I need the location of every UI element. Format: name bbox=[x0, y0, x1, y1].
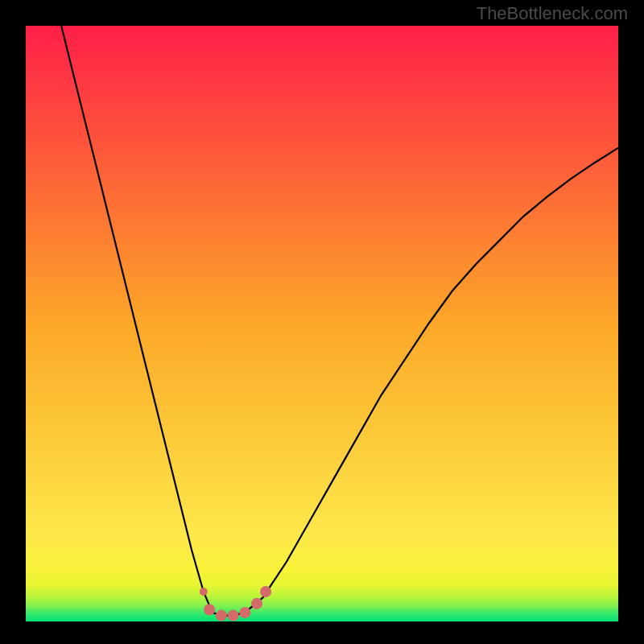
bottleneck-chart bbox=[26, 26, 618, 621]
highlight-dot bbox=[251, 598, 262, 609]
highlight-dot bbox=[260, 586, 271, 597]
highlight-dot bbox=[216, 610, 227, 621]
highlight-dot bbox=[239, 607, 250, 618]
chart-container: { "watermark": "TheBottleneck.com", "cha… bbox=[0, 0, 644, 644]
chart-background bbox=[26, 26, 618, 621]
highlight-dot bbox=[228, 610, 239, 621]
highlight-dot bbox=[200, 588, 208, 596]
watermark-text: TheBottleneck.com bbox=[477, 3, 628, 24]
highlight-dot bbox=[204, 604, 215, 615]
